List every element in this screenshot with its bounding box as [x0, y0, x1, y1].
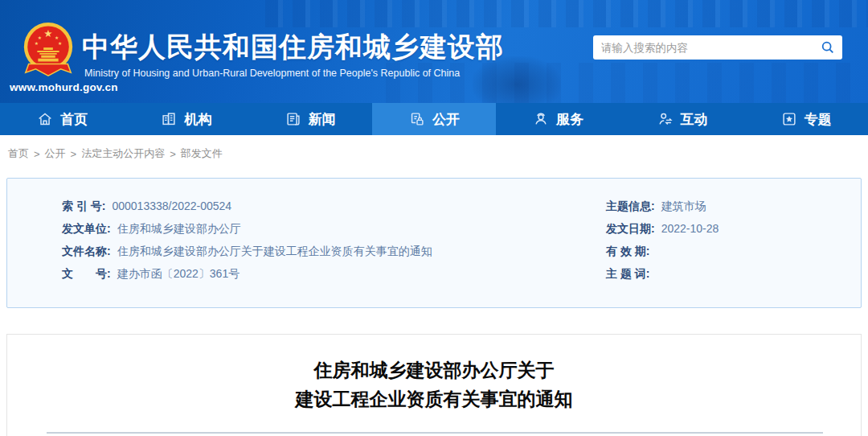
meta-value: 住房和城乡建设部办公厅关于建设工程企业资质有关事宜的通知 — [117, 245, 432, 257]
nav-tab-news[interactable]: 新闻 — [248, 103, 372, 135]
search-button[interactable] — [813, 35, 842, 60]
search-input[interactable] — [593, 42, 813, 54]
meta-label: 主 题 词: — [606, 262, 649, 285]
page: ★ ★ ★ ★ ★ www.mohurd.gov.cn 中华人民共和国住房和城乡… — [0, 0, 868, 436]
nav-tab-label: 新闻 — [309, 110, 336, 129]
svg-text:★: ★ — [38, 35, 42, 40]
site-header: ★ ★ ★ ★ ★ www.mohurd.gov.cn 中华人民共和国住房和城乡… — [0, 0, 868, 103]
nav-tab-disclosure[interactable]: 公开 — [372, 103, 496, 135]
nav-tab-label: 服务 — [556, 110, 583, 129]
interact-icon — [657, 110, 674, 128]
site-title: 中华人民共和国住房和城乡建设部 — [82, 29, 504, 66]
document-divider — [47, 432, 823, 434]
nav-tab-services[interactable]: 服务 — [496, 103, 620, 135]
nav-tab-organization[interactable]: 机构 — [124, 103, 248, 135]
svg-text:★: ★ — [35, 41, 39, 46]
breadcrumb-item-disclosure[interactable]: 公开 — [45, 146, 66, 161]
breadcrumb-separator: > — [170, 148, 176, 160]
meta-label: 文 号: — [62, 262, 111, 285]
meta-row-document-name: 文件名称:住房和城乡建设部办公厅关于建设工程企业资质有关事宜的通知 — [62, 240, 560, 262]
meta-row-index-number: 索 引 号:000013338/2022-00524 — [62, 195, 560, 217]
svg-text:★: ★ — [43, 28, 52, 39]
breadcrumb-item-home[interactable]: 首页 — [8, 146, 29, 161]
meta-label: 索 引 号: — [62, 195, 105, 217]
building-watermark — [265, 0, 868, 27]
nav-tab-label: 机构 — [184, 110, 211, 129]
meta-label: 发文日期: — [606, 217, 655, 240]
meta-column-right: 主题信息:建筑市场 发文日期:2022-10-28 有 效 期: 主 题 词: — [606, 195, 847, 285]
nav-tab-interaction[interactable]: 互动 — [620, 103, 743, 135]
main-nav: 首页 机构 新闻 公开 — [0, 103, 868, 135]
topic-icon — [780, 110, 798, 128]
search-bar — [593, 35, 842, 60]
document-title-line1: 住房和城乡建设部办公厅关于 — [7, 356, 861, 385]
meta-value: 住房和城乡建设部办公厅 — [117, 222, 241, 235]
nav-tab-label: 专题 — [805, 110, 832, 129]
site-subtitle: Ministry of Housing and Urban-Rural Deve… — [84, 68, 460, 79]
meta-row-issuing-unit: 发文单位:住房和城乡建设部办公厅 — [62, 217, 560, 240]
meta-row-document-number: 文 号:建办市函〔2022〕361号 — [62, 262, 560, 285]
breadcrumb-item-statutory-content[interactable]: 法定主动公开内容 — [81, 146, 165, 161]
nav-tab-home[interactable]: 首页 — [0, 103, 124, 135]
svg-text:★: ★ — [58, 41, 62, 46]
meta-value: 建筑市场 — [661, 199, 706, 212]
home-icon — [36, 110, 54, 128]
breadcrumb-separator: > — [34, 148, 40, 160]
search-icon — [821, 40, 835, 55]
meta-row-topic-info: 主题信息:建筑市场 — [606, 195, 847, 217]
meta-value: 2022-10-28 — [661, 222, 719, 235]
breadcrumb-separator: > — [71, 148, 77, 160]
meta-label: 有 效 期: — [606, 240, 649, 262]
breadcrumb-item-ministry-documents[interactable]: 部发文件 — [181, 146, 223, 161]
org-icon — [160, 110, 178, 128]
breadcrumb: 首页 > 公开 > 法定主动公开内容 > 部发文件 — [0, 135, 868, 172]
meta-row-issue-date: 发文日期:2022-10-28 — [606, 217, 847, 240]
document-meta-panel: 索 引 号:000013338/2022-00524 发文单位:住房和城乡建设部… — [6, 178, 862, 308]
meta-column-left: 索 引 号:000013338/2022-00524 发文单位:住房和城乡建设部… — [62, 195, 560, 285]
meta-label: 文件名称: — [62, 240, 111, 262]
meta-label: 主题信息: — [606, 195, 655, 217]
national-emblem-icon: ★ ★ ★ ★ ★ — [20, 19, 76, 82]
meta-label: 发文单位: — [62, 217, 111, 240]
disclosure-icon — [408, 110, 426, 128]
meta-row-subject-terms: 主 题 词: — [606, 262, 847, 285]
meta-value: 建办市函〔2022〕361号 — [117, 267, 240, 280]
nav-tab-topics[interactable]: 专题 — [744, 103, 868, 135]
svg-text:★: ★ — [55, 35, 59, 40]
document-title-line2: 建设工程企业资质有关事宜的通知 — [7, 385, 861, 413]
meta-value: 000013338/2022-00524 — [112, 199, 231, 212]
nav-tab-label: 首页 — [60, 110, 88, 129]
nav-tab-label: 互动 — [681, 110, 708, 129]
document-title: 住房和城乡建设部办公厅关于 建设工程企业资质有关事宜的通知 — [7, 356, 861, 413]
service-icon — [532, 110, 550, 128]
meta-row-validity-period: 有 效 期: — [606, 240, 847, 262]
site-url: www.mohurd.gov.cn — [10, 81, 118, 93]
document-content-panel: 住房和城乡建设部办公厅关于 建设工程企业资质有关事宜的通知 — [6, 334, 862, 436]
news-icon — [285, 110, 302, 128]
nav-tab-label: 公开 — [432, 110, 460, 129]
